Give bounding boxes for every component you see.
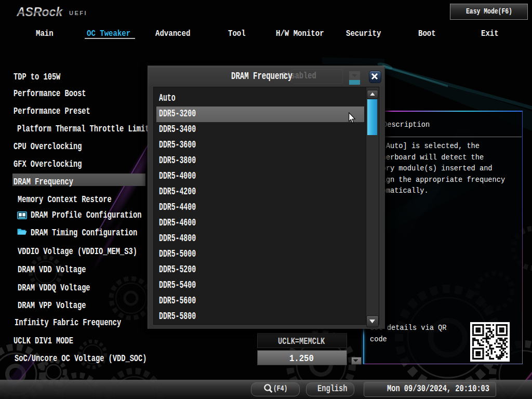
svg-text:ASRock: ASRock [16, 5, 63, 19]
